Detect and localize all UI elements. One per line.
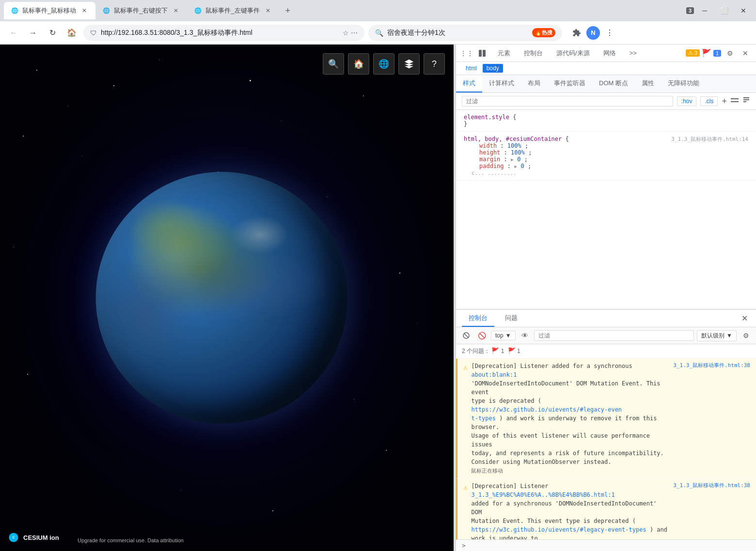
css-rule-html-body: html, body, #cesiumContainer { 3_1.3_鼠标移… — [456, 132, 756, 181]
bookmark-icon[interactable]: ☆ — [343, 29, 349, 37]
console-panel: 控制台 问题 ✕ 🚫 top ▼ — [456, 309, 756, 551]
svg-rect-8 — [743, 101, 746, 102]
tab-3-title: 鼠标事件_左键事件 — [205, 6, 259, 15]
console-close-button[interactable]: ✕ — [739, 313, 750, 324]
devtools-dock-icon[interactable] — [475, 46, 489, 60]
msg-text-1: [Deprecation] Listener added for a synch… — [471, 362, 669, 475]
close-button[interactable]: ✕ — [735, 4, 752, 17]
settings-button[interactable]: ⋮ — [603, 26, 616, 40]
extensions-button[interactable] — [570, 26, 583, 40]
console-filter-input[interactable] — [534, 330, 694, 341]
tab-2[interactable]: 🌐 鼠标事件_右键按下 ✕ — [95, 2, 187, 19]
msg-link-2b[interactable]: https://w3c.github.io/uievents/#legacy-e… — [471, 526, 646, 533]
msg-text-2: [Deprecation] Listener 3_1.3_%E9%BC%A0%E… — [471, 482, 669, 540]
console-input[interactable] — [469, 542, 750, 549]
msg-link-1a[interactable]: about:blank:1 — [471, 371, 517, 378]
console-input-row: > — [456, 539, 756, 551]
margin-expand-arrow[interactable]: ▶ — [511, 157, 514, 162]
devtools-tab-sources[interactable]: 源代码/来源 — [550, 45, 597, 62]
title-bar: 🌐 鼠标事件_鼠标移动 ✕ 🌐 鼠标事件_右键按下 ✕ 🌐 鼠标事件_左键事件 … — [0, 0, 756, 21]
svg-text:C: C — [13, 536, 15, 539]
forward-button[interactable]: → — [25, 25, 41, 41]
html-breadcrumb: html body — [456, 62, 756, 75]
devtools-nav-icon[interactable]: ⋮⋮ — [460, 46, 473, 60]
padding-expand-arrow[interactable]: ▶ — [514, 164, 517, 169]
console-block-button[interactable]: 🚫 — [475, 329, 488, 342]
cesium-search-button[interactable]: 🔍 — [323, 53, 344, 75]
more-icon[interactable]: ⋯ — [351, 29, 358, 37]
devtools-tab-more[interactable]: >> — [623, 45, 644, 62]
warning-icon-2: ⚠ — [463, 482, 467, 492]
main-content: 🔍 🏠 🌐 ? C CESIUM ion Upgrade f — [0, 45, 756, 551]
console-settings-button[interactable]: ⚙ — [740, 329, 752, 342]
msg-link-2a[interactable]: 3_1.3_%E9%BC%A0%E6%A..%8B%E4%BB%B6.html:… — [471, 491, 614, 498]
cesium-logo: C CESIUM ion — [8, 532, 59, 543]
svg-rect-3 — [483, 50, 486, 57]
minimize-button[interactable]: ─ — [696, 4, 713, 17]
css-inspect-icon[interactable] — [742, 96, 750, 106]
tab-2-close[interactable]: ✕ — [172, 6, 180, 15]
console-tab-issues[interactable]: 问题 — [498, 310, 524, 327]
cesium-globe-button[interactable]: 🌐 — [373, 53, 394, 75]
cesium-viewer: 🔍 🏠 🌐 ? C CESIUM ion Upgrade f — [0, 45, 454, 551]
window-controls: 3 ─ ⬜ ✕ — [686, 4, 752, 17]
css-filter-input[interactable] — [462, 96, 673, 107]
home-button[interactable]: 🏠 — [64, 25, 79, 41]
breadcrumb-html[interactable]: html — [462, 64, 481, 73]
breadcrumb-body[interactable]: body — [483, 64, 503, 73]
search-bar[interactable]: 🔍 宿舍夜巡十分钟1次 🔥热搜 — [368, 25, 562, 41]
tab-2-favicon: 🌐 — [102, 7, 110, 15]
element-tab-styles[interactable]: 样式 — [456, 75, 482, 92]
console-msg-2: ⚠ [Deprecation] Listener 3_1.3_%E9%BC%A0… — [456, 479, 756, 540]
tab-1-close[interactable]: ✕ — [80, 6, 89, 15]
svg-rect-6 — [743, 97, 749, 98]
console-header: 控制台 问题 ✕ — [456, 310, 756, 327]
warning-icon-1: ⚠ — [463, 362, 467, 372]
css-new-rule-icon[interactable] — [731, 96, 739, 106]
cesium-attribution[interactable]: Upgrade for commercial use. Data attribu… — [78, 537, 184, 543]
console-messages: 2 个问题： 🚩 1 🚩 1 ⚠ [Deprecation] Listener … — [456, 344, 756, 539]
cesium-logo-icon: C — [8, 532, 19, 543]
devtools-close-icon[interactable]: ✕ — [739, 46, 752, 60]
tab-1[interactable]: 🌐 鼠标事件_鼠标移动 ✕ — [4, 2, 95, 19]
cesium-help-button[interactable]: ? — [424, 53, 445, 75]
devtools-tab-elements[interactable]: 元素 — [491, 45, 517, 62]
element-tab-accessibility[interactable]: 无障碍功能 — [661, 75, 706, 92]
css-cls-button[interactable]: .cls — [700, 96, 718, 106]
console-level-select[interactable]: 默认级别 ▼ — [697, 330, 737, 341]
element-tab-layout[interactable]: 布局 — [521, 75, 547, 92]
restore-button[interactable]: ⬜ — [715, 4, 733, 17]
devtools-tab-network[interactable]: 网络 — [597, 45, 623, 62]
msg-source-1[interactable]: 3_1.3_鼠标移动事件.html:38 — [673, 362, 750, 370]
element-tab-properties[interactable]: 属性 — [635, 75, 661, 92]
css-property-margin: margin : ▶ 0 ; — [472, 156, 748, 163]
css-add-rule-icon[interactable]: + — [722, 96, 727, 107]
css-rule-element-style: element.style { } — [456, 110, 756, 132]
element-tab-eventlisteners[interactable]: 事件监听器 — [547, 75, 592, 92]
tab-3-close[interactable]: ✕ — [264, 6, 272, 15]
console-tab-console[interactable]: 控制台 — [462, 310, 494, 327]
css-hov-button[interactable]: :hov — [677, 96, 697, 106]
new-tab-button[interactable]: + — [281, 4, 295, 17]
shield-icon: 🛡 — [90, 29, 97, 37]
svg-line-10 — [464, 334, 468, 337]
reload-button[interactable]: ↻ — [45, 25, 60, 41]
cesium-layers-button[interactable] — [398, 53, 420, 75]
profile-button[interactable]: N — [586, 26, 600, 40]
console-top-select[interactable]: top ▼ — [491, 331, 516, 340]
devtools-settings-icon[interactable]: ⚙ — [723, 46, 737, 60]
svg-rect-2 — [479, 50, 482, 57]
devtools-body: html body 样式 计算样式 布局 事件监听器 DOM 断点 属性 无障碍… — [456, 62, 756, 551]
cesium-home-button[interactable]: 🏠 — [348, 53, 369, 75]
element-tab-dombreakpoints[interactable]: DOM 断点 — [592, 75, 635, 92]
tab-3[interactable]: 🌐 鼠标事件_左键事件 ✕ — [187, 2, 279, 19]
css-source-html-body[interactable]: 3_1.3_鼠标移动事件.html:14 — [671, 136, 748, 143]
element-tab-computed[interactable]: 计算样式 — [482, 75, 521, 92]
msg-source-2[interactable]: 3_1.3_鼠标移动事件.html:38 — [673, 482, 750, 490]
tab-1-favicon: 🌐 — [11, 7, 18, 15]
url-bar[interactable]: 🛡 http://192.168.3.51:8080/3_1.3_鼠标移动事件.… — [83, 25, 364, 41]
console-clear-button[interactable] — [460, 329, 472, 342]
back-button[interactable]: ← — [6, 25, 21, 41]
console-eye-button[interactable]: 👁 — [519, 329, 531, 342]
devtools-tab-console[interactable]: 控制台 — [517, 45, 550, 62]
